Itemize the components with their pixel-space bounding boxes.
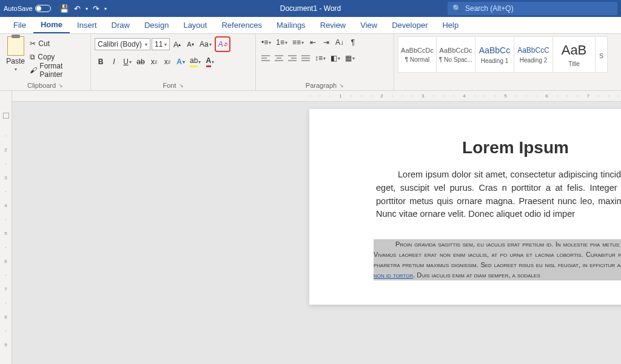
style-name: ¶ No Spac... <box>439 56 472 63</box>
cut-button[interactable]: ✂ Cut <box>30 38 87 50</box>
horizontal-ruler: · · · 1 · · · 2 · · · 3 · · · 4 · · · 5 … <box>12 91 621 102</box>
subscript-button[interactable]: x2 <box>148 56 160 68</box>
autosave-toggle[interactable] <box>35 5 51 12</box>
strikethrough-button[interactable]: ab <box>135 56 147 68</box>
font-name-dropdown-icon[interactable]: ▾ <box>145 42 147 47</box>
format-painter-label: Format Painter <box>39 62 87 79</box>
copy-label: Copy <box>38 53 55 61</box>
document-area[interactable]: · · · 1 · · · 2 · · · 3 · · · 4 · · · 5 … <box>12 91 621 364</box>
font-size-dropdown-icon[interactable]: ▾ <box>164 42 167 47</box>
tab-view[interactable]: View <box>353 17 384 33</box>
style-preview: AaBbCcC <box>517 46 549 55</box>
style-heading-2[interactable]: AaBbCcC Heading 2 <box>514 36 553 73</box>
font-size-value: 11 <box>155 40 163 48</box>
tab-developer[interactable]: Developer <box>384 17 435 33</box>
undo-dropdown-icon[interactable]: ▾ <box>86 6 88 12</box>
font-color-button[interactable]: A▾ <box>204 56 216 68</box>
italic-button[interactable]: I <box>108 56 120 68</box>
font-group-label: Font <box>163 82 176 89</box>
line-spacing-button[interactable]: ↕≡▾ <box>313 52 327 64</box>
grow-font-button[interactable]: A▴ <box>171 38 183 50</box>
copy-icon: ⧉ <box>30 53 35 61</box>
styles-gallery[interactable]: AaBbCcDc ¶ Normal AaBbCcDc ¶ No Spac... … <box>398 36 617 73</box>
numbering-button[interactable]: 1≡▾ <box>274 36 289 48</box>
font-name-combo[interactable]: Calibri (Body) ▾ <box>95 38 150 50</box>
clipboard-group-label: Clipboard <box>27 82 56 89</box>
paste-dropdown-icon[interactable]: ▾ <box>15 67 17 72</box>
align-center-button[interactable] <box>273 52 285 64</box>
font-name-value: Calibri (Body) <box>98 40 142 48</box>
style-normal[interactable]: AaBbCcDc ¶ Normal <box>398 36 437 73</box>
copy-button[interactable]: ⧉ Copy <box>30 51 87 63</box>
tab-references[interactable]: References <box>214 17 269 33</box>
undo-icon[interactable]: ↶ <box>74 4 81 13</box>
search-icon: 🔍 <box>452 4 462 13</box>
document-heading: Lorem Ipsum <box>334 138 621 157</box>
paste-label: Paste <box>6 57 25 65</box>
justify-button[interactable] <box>300 52 312 64</box>
change-case-button[interactable]: Aa▾ <box>198 38 213 50</box>
paste-button[interactable]: Paste ▾ <box>4 36 27 76</box>
bullets-button[interactable]: •≡▾ <box>260 36 273 48</box>
work-area: ·2 ·3 ·4 ·5 ·6 ·7 ·8 ·9 · · · 1 · · · 2 … <box>0 91 621 364</box>
style-title[interactable]: AaB Title <box>553 36 596 73</box>
paragraph-dialog-launcher-icon[interactable]: ↘ <box>339 82 344 88</box>
autosave-label: AutoSave <box>4 5 33 12</box>
show-hide-button[interactable]: ¶ <box>347 36 359 48</box>
search-input[interactable] <box>465 4 613 13</box>
page[interactable]: Lorem Ipsum Lorem ipsum dolor sit amet, … <box>309 109 621 305</box>
style-preview: AaBbCcDc <box>440 47 472 54</box>
clear-formatting-button[interactable]: A૭ <box>217 38 229 50</box>
tab-home[interactable]: Home <box>33 17 70 33</box>
title-bar: AutoSave 💾 ↶ ▾ ↷ ▾ Document1 - Word 🔍 <box>0 0 621 17</box>
tab-layout[interactable]: Layout <box>176 17 214 33</box>
save-icon[interactable]: 💾 <box>59 4 69 13</box>
decrease-indent-button[interactable]: ⇤ <box>307 36 319 48</box>
bold-button[interactable]: B <box>95 56 107 68</box>
search-bar[interactable]: 🔍 <box>448 2 617 15</box>
tab-help[interactable]: Help <box>435 17 466 33</box>
tab-review[interactable]: Review <box>313 17 354 33</box>
paragraph-group-label: Paragraph <box>306 82 337 89</box>
selected-text-pre: Proin gravida sagittis sem, eu iaculis e… <box>374 240 621 268</box>
borders-button[interactable]: ▦▾ <box>343 52 357 64</box>
style-more[interactable]: S <box>596 36 608 73</box>
font-dialog-launcher-icon[interactable]: ↘ <box>179 82 184 88</box>
style-name: Title <box>568 61 580 67</box>
vertical-ruler: ·2 ·3 ·4 ·5 ·6 ·7 ·8 ·9 <box>0 91 12 364</box>
tab-design[interactable]: Design <box>137 17 176 33</box>
highlight-color-button[interactable]: ab▾ <box>188 56 203 68</box>
sort-button[interactable]: A↓ <box>334 36 346 48</box>
align-right-button[interactable] <box>286 52 298 64</box>
text-effects-button[interactable]: A▾ <box>175 56 187 68</box>
selected-text-post: . Duis iaculis enim at diam semper, a so… <box>413 271 540 279</box>
font-size-combo[interactable]: 11 ▾ <box>152 38 170 50</box>
style-heading-1[interactable]: AaBbCc Heading 1 <box>475 36 514 73</box>
group-clipboard: Paste ▾ ✂ Cut ⧉ Copy 🖌 Format Painter Cl <box>0 34 91 90</box>
redo-icon[interactable]: ↷ <box>93 4 99 13</box>
style-no-spacing[interactable]: AaBbCcDc ¶ No Spac... <box>437 36 475 73</box>
tab-selector-icon[interactable] <box>3 113 9 119</box>
tab-mailings[interactable]: Mailings <box>269 17 313 33</box>
tab-draw[interactable]: Draw <box>104 17 137 33</box>
qat-customize-icon[interactable]: ▾ <box>104 6 107 12</box>
cut-label: Cut <box>38 39 50 48</box>
ribbon: Paste ▾ ✂ Cut ⧉ Copy 🖌 Format Painter Cl <box>0 34 621 91</box>
paste-icon <box>7 36 24 56</box>
multilevel-list-button[interactable]: ≡≡▾ <box>290 36 306 48</box>
underline-button[interactable]: U▾ <box>121 56 133 68</box>
increase-indent-button[interactable]: ⇥ <box>320 36 332 48</box>
shading-button[interactable]: ◧▾ <box>329 52 342 64</box>
cut-icon: ✂ <box>30 39 36 48</box>
shrink-font-button[interactable]: A▾ <box>184 38 196 50</box>
clipboard-dialog-launcher-icon[interactable]: ↘ <box>58 82 63 88</box>
group-font: Calibri (Body) ▾ 11 ▾ A▴ A▾ Aa▾ A૭ B I U… <box>91 34 256 90</box>
align-left-button[interactable] <box>260 52 272 64</box>
superscript-button[interactable]: x2 <box>161 56 173 68</box>
tab-insert[interactable]: Insert <box>70 17 104 33</box>
ribbon-tabs: File Home Insert Draw Design Layout Refe… <box>0 17 621 34</box>
group-paragraph: •≡▾ 1≡▾ ≡≡▾ ⇤ ⇥ A↓ ¶ <box>256 34 394 90</box>
autosave-group: AutoSave <box>4 5 51 12</box>
format-painter-button[interactable]: 🖌 Format Painter <box>30 64 87 76</box>
tab-file[interactable]: File <box>6 17 33 33</box>
